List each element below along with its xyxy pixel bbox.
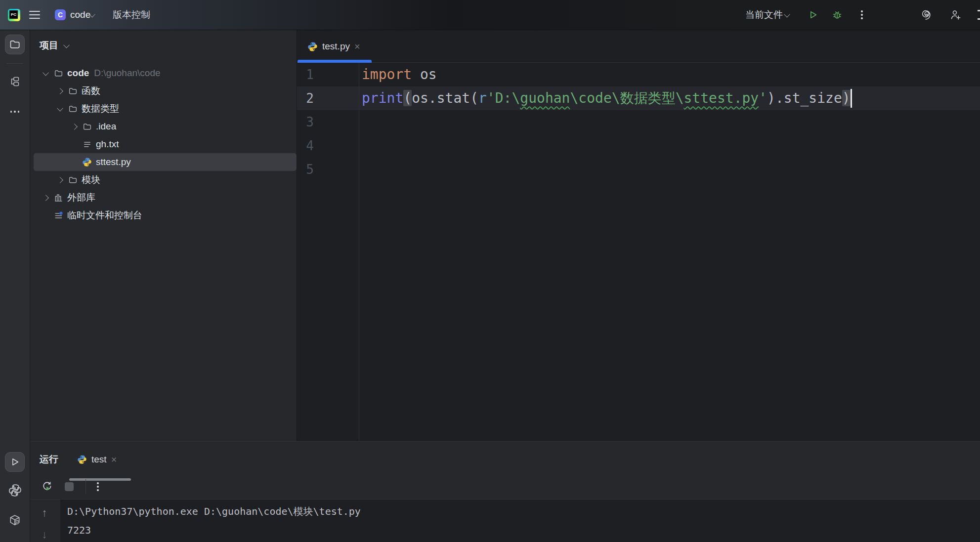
run-panel-title[interactable]: 运行 [40,452,58,467]
tree-row-外部库[interactable]: 外部库 [34,189,297,207]
tree-item-label: .idea [96,121,116,132]
structure-icon [9,76,21,87]
python-file-icon [307,42,318,52]
console-output-line: 7223 [67,521,980,540]
title-bar: PC C code 版本控制 当前文件 [0,0,980,30]
code-token: print [362,90,403,106]
run-icon [808,9,818,20]
project-selector[interactable]: code [70,0,90,30]
tree-row-数据类型[interactable]: 数据类型 [34,100,297,118]
run-config-chevron-icon[interactable] [785,0,789,30]
next-occurrence-arrow-icon[interactable]: ↓ [39,528,50,541]
project-name: code [70,9,90,20]
tree-chevron-right-icon[interactable] [43,195,49,201]
more-actions-icon[interactable] [861,10,863,19]
project-selector-chevron-icon[interactable] [90,0,94,30]
run-tool-window: 运行 test × ↑ ↓ D:\Python37\python.exe D:\… [30,441,980,542]
stop-icon[interactable] [65,482,74,491]
tree-chevron-down-icon[interactable] [43,69,49,76]
run-console-output[interactable]: D:\Python37\python.exe D:\guohan\code\模块… [60,499,980,542]
code-token: .st_size [775,90,842,106]
main-menu-icon[interactable] [29,0,40,30]
console-text: D:\Python37\python.exe D:\guohan\code\模块… [60,500,980,540]
line-number-1[interactable]: 1 [297,63,314,86]
code-token: \code\ [570,90,620,106]
tree-row-模块[interactable]: 模块 [34,171,297,189]
run-tool-button[interactable] [5,452,25,472]
line-number-3[interactable]: 3 [297,110,314,134]
python-console-tool-button[interactable] [5,480,25,500]
code-token: import [362,66,412,83]
code-token: ) [842,90,851,106]
add-user-icon[interactable] [949,0,962,30]
code-token: ( [403,90,412,106]
tree-row-gh.txt[interactable]: gh.txt [34,135,297,153]
tree-item-label: gh.txt [96,139,119,150]
code-token: os [412,66,437,83]
clipped-toolbar-icon[interactable] [978,0,980,30]
run-tab-title: test [91,454,107,465]
run-tab-close-icon[interactable]: × [111,455,117,464]
ai-assistant-icon[interactable] [920,0,932,30]
tree-row-sttest.py[interactable]: sttest.py [34,153,297,171]
editor-tab-bar: test.py × [297,30,980,63]
editor-area[interactable]: test.py × 12345import osprint(os.stat(r'… [297,30,980,441]
debug-button[interactable] [831,0,843,30]
code-token: guohan [520,90,570,106]
project-badge[interactable]: C [55,9,66,20]
tab-close-icon[interactable]: × [354,42,360,51]
code-line-1: import os [362,63,437,86]
tree-item-label: 函数 [82,84,100,97]
python-packages-icon [8,514,21,527]
folder-icon [9,39,21,50]
console-gutter: ↑ ↓ [30,499,60,542]
rerun-icon[interactable] [41,481,53,493]
tree-item-label: code [67,68,89,79]
run-more-options-icon[interactable] [97,482,99,491]
tree-row-函数[interactable]: 函数 [34,82,297,100]
tree-row-code[interactable]: codeD:\guohan\code [34,64,297,82]
run-button[interactable] [808,0,818,30]
project-panel-chevron-icon[interactable] [63,42,70,48]
vcs-chevron-icon[interactable] [145,0,149,30]
folder-icon [82,122,92,131]
project-panel-header[interactable]: 项目 [40,38,69,53]
tree-item-path: D:\guohan\code [94,68,160,79]
pycharm-logo-icon[interactable]: PC [8,9,20,21]
line-number-2[interactable]: 2 [297,86,314,110]
line-number-4[interactable]: 4 [297,134,314,158]
tree-chevron-right-icon[interactable] [57,88,63,94]
code-token: os.stat( [412,90,478,106]
left-tool-stripe [0,30,30,542]
prev-occurrence-arrow-icon[interactable]: ↑ [39,506,50,519]
tree-row-.idea[interactable]: .idea [34,118,297,135]
debug-bug-icon [831,9,843,21]
gutter-separator [359,63,359,441]
code-token: \ [676,90,684,106]
tree-item-label: 数据类型 [82,102,119,115]
code-line-2: print(os.stat(r'D:\guohan\code\数据类型\stte… [362,86,851,110]
run-configuration-selector[interactable]: 当前文件 [745,0,783,30]
tree-chevron-right-icon[interactable] [71,124,78,130]
tree-chevron-down-icon[interactable] [57,105,63,111]
line-number-5[interactable]: 5 [297,158,314,181]
editor-tab-test-py[interactable]: test.py × [298,30,372,63]
toolbar-separator [85,479,86,494]
python-packages-tool-button[interactable] [5,510,25,530]
tree-chevron-right-icon[interactable] [57,177,63,183]
folder-icon [68,86,78,96]
tree-item-label: 模块 [82,173,100,186]
run-tab-test[interactable]: test × [69,449,131,470]
tree-item-label: 外部库 [67,191,95,204]
run-toolbar [30,474,99,499]
more-tool-windows-icon[interactable] [5,102,25,122]
structure-tool-button[interactable] [5,72,25,91]
project-panel-title: 项目 [40,39,58,52]
project-tool-button[interactable] [5,35,25,54]
folder-icon [68,175,78,185]
stripe-divider [6,63,23,64]
tree-row-临时文件和控制台[interactable]: 临时文件和控制台 [34,207,297,224]
python-file-icon [77,455,87,464]
code-token: 'D:\ [487,90,520,106]
code-token: sttest.py [683,90,759,106]
